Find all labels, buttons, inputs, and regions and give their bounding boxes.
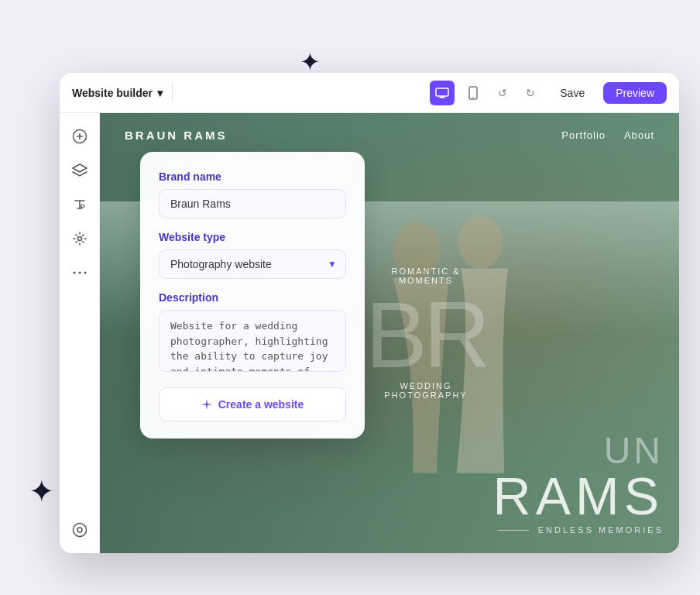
more-icon[interactable] [66, 259, 94, 287]
add-icon[interactable] [66, 122, 94, 150]
description-textarea[interactable]: Website for a wedding photographer, high… [159, 310, 346, 372]
canvas-area: BRAUN RAMS Portfolio About ROMANTIC & MO… [100, 113, 679, 553]
outer-wrapper: ✦ ✦ ✦ Website builder ▾ [21, 26, 679, 569]
svg-point-4 [77, 237, 81, 241]
svg-point-7 [84, 272, 86, 274]
brand-name-input[interactable] [159, 189, 346, 218]
main-area: BRAUN RAMS Portfolio About ROMANTIC & MO… [60, 113, 679, 553]
create-button-text: Create a website [218, 398, 304, 411]
website-type-select[interactable]: Photography website Portfolio website Bl… [159, 249, 346, 279]
sparkle-top-icon: ✦ [300, 50, 321, 74]
romantic-text: ROMANTIC & MOMENTS [365, 267, 487, 285]
big-monogram: BR [365, 288, 487, 381]
svg-point-5 [73, 272, 75, 274]
site-center-text: ROMANTIC & MOMENTS BR WEDDING PHOTOGRAPH… [365, 267, 487, 400]
svg-point-6 [78, 272, 81, 274]
mobile-device-button[interactable] [461, 81, 486, 105]
undo-button[interactable]: ↺ [492, 82, 513, 104]
portfolio-nav-link[interactable]: Portfolio [561, 129, 606, 141]
svg-point-11 [458, 216, 503, 269]
site-endless-memories: ENDLESS MEMORIES [498, 525, 664, 535]
description-label: Description [159, 291, 346, 304]
site-brand-name: BRAUN RAMS [125, 129, 228, 142]
topbar-icons: ↺ ↻ Save Preview [430, 81, 667, 105]
brand-text: Website builder [72, 87, 153, 99]
svg-point-9 [77, 528, 82, 532]
svg-rect-0 [436, 88, 448, 96]
builder-window: Website builder ▾ [60, 73, 679, 553]
sidebar [60, 113, 100, 553]
create-website-button[interactable]: Create a website [159, 387, 346, 421]
topbar-divider [172, 84, 173, 102]
website-type-label: Website type [159, 231, 346, 243]
preview-button[interactable]: Preview [603, 82, 667, 104]
svg-point-8 [73, 524, 86, 537]
effects-icon[interactable] [66, 225, 94, 253]
wedding-text: WEDDING PHOTOGRAPHY [365, 381, 487, 400]
website-type-select-wrapper: Photography website Portfolio website Bl… [159, 249, 346, 279]
brand-name-label: Brand name [159, 170, 346, 183]
form-panel: Brand name Website type Photography webs… [140, 152, 365, 439]
svg-point-2 [472, 97, 474, 98]
desktop-device-button[interactable] [430, 81, 455, 105]
layers-icon[interactable] [66, 156, 94, 184]
topbar: Website builder ▾ [60, 73, 679, 113]
redo-button[interactable]: ↻ [520, 82, 541, 104]
brand-chevron: ▾ [157, 87, 163, 99]
site-navigation: BRAUN RAMS Portfolio About [100, 113, 679, 157]
text-style-icon[interactable] [66, 191, 94, 218]
site-name-large: UN RAMS [493, 432, 664, 522]
sparkle-left-icon: ✦ [29, 476, 55, 507]
brand-label[interactable]: Website builder ▾ [72, 87, 163, 99]
site-nav-links: Portfolio About [561, 129, 654, 141]
save-button[interactable]: Save [547, 82, 597, 104]
sparkle-create-icon [201, 399, 212, 410]
about-nav-link[interactable]: About [624, 129, 654, 141]
community-icon[interactable] [66, 516, 94, 544]
